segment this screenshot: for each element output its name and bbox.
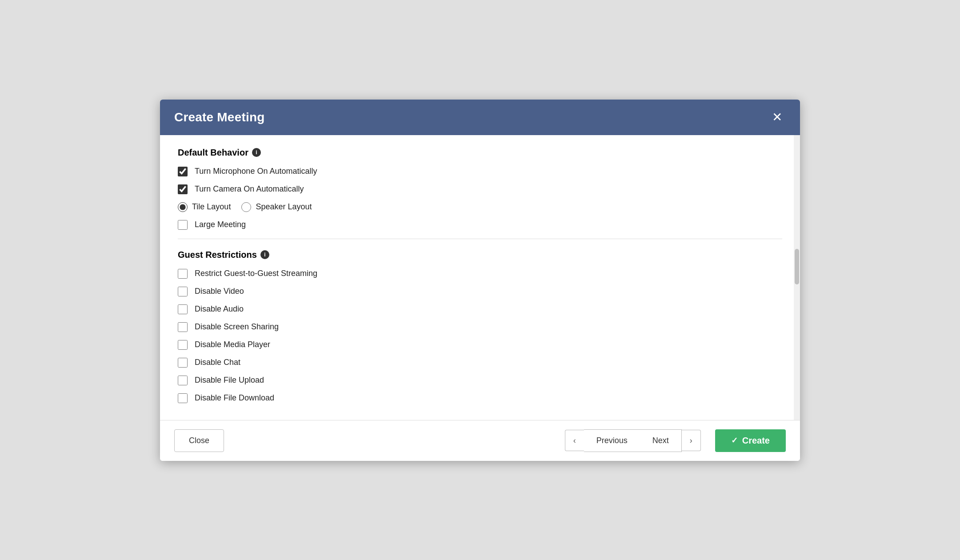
modal-title: Create Meeting <box>174 110 265 124</box>
scrollbar-track <box>794 135 800 420</box>
disable-chat-label[interactable]: Disable Chat <box>195 358 240 367</box>
tile-layout-label[interactable]: Tile Layout <box>192 202 231 212</box>
disable-video-checkbox[interactable] <box>178 287 188 296</box>
scrollbar-thumb[interactable] <box>795 249 799 284</box>
camera-label[interactable]: Turn Camera On Automatically <box>195 184 304 194</box>
microphone-label[interactable]: Turn Microphone On Automatically <box>195 167 317 176</box>
large-meeting-row: Large Meeting <box>178 220 782 230</box>
large-meeting-label[interactable]: Large Meeting <box>195 220 246 229</box>
disable-audio-checkbox[interactable] <box>178 304 188 314</box>
disable-media-player-checkbox[interactable] <box>178 340 188 350</box>
modal-header: Create Meeting ✕ <box>160 100 800 135</box>
disable-file-upload-row: Disable File Upload <box>178 376 782 385</box>
disable-file-download-checkbox[interactable] <box>178 393 188 403</box>
layout-row: Tile Layout Speaker Layout <box>178 202 782 212</box>
default-behavior-info-icon[interactable]: i <box>252 148 261 157</box>
modal-footer: Close ‹ Previous Next › ✓ Create <box>160 420 800 461</box>
footer-right: ‹ Previous Next › ✓ Create <box>565 429 786 452</box>
restrict-guest-row: Restrict Guest-to-Guest Streaming <box>178 269 782 279</box>
close-button[interactable]: Close <box>174 429 224 452</box>
disable-media-player-row: Disable Media Player <box>178 340 782 350</box>
disable-screen-sharing-row: Disable Screen Sharing <box>178 322 782 332</box>
disable-file-upload-checkbox[interactable] <box>178 376 188 385</box>
default-behavior-title: Default Behavior i <box>178 148 782 158</box>
disable-audio-row: Disable Audio <box>178 304 782 314</box>
disable-screen-sharing-checkbox[interactable] <box>178 322 188 332</box>
tile-layout-radio[interactable] <box>178 202 188 212</box>
modal-body: Default Behavior i Turn Microphone On Au… <box>160 135 800 420</box>
speaker-layout-label[interactable]: Speaker Layout <box>256 202 312 212</box>
restrict-guest-checkbox[interactable] <box>178 269 188 279</box>
disable-video-label[interactable]: Disable Video <box>195 287 244 296</box>
prev-arrow-button[interactable]: ‹ <box>565 430 584 451</box>
next-arrow-button[interactable]: › <box>682 430 701 451</box>
next-button[interactable]: Next <box>640 429 682 452</box>
disable-file-download-row: Disable File Download <box>178 393 782 403</box>
camera-checkbox[interactable] <box>178 184 188 194</box>
disable-screen-sharing-label[interactable]: Disable Screen Sharing <box>195 322 279 332</box>
disable-media-player-label[interactable]: Disable Media Player <box>195 340 270 349</box>
previous-button[interactable]: Previous <box>584 429 640 452</box>
nav-buttons: ‹ Previous Next › <box>565 429 701 452</box>
default-behavior-section: Default Behavior i Turn Microphone On Au… <box>178 148 782 230</box>
disable-video-row: Disable Video <box>178 287 782 296</box>
disable-chat-checkbox[interactable] <box>178 358 188 368</box>
create-button[interactable]: ✓ Create <box>715 429 786 452</box>
speaker-layout-radio[interactable] <box>241 202 251 212</box>
camera-row: Turn Camera On Automatically <box>178 184 782 194</box>
disable-chat-row: Disable Chat <box>178 358 782 368</box>
large-meeting-checkbox[interactable] <box>178 220 188 230</box>
create-check-icon: ✓ <box>731 436 738 445</box>
restrict-guest-label[interactable]: Restrict Guest-to-Guest Streaming <box>195 269 317 278</box>
speaker-layout-option: Speaker Layout <box>241 202 312 212</box>
microphone-row: Turn Microphone On Automatically <box>178 167 782 176</box>
microphone-checkbox[interactable] <box>178 167 188 176</box>
create-meeting-modal: Create Meeting ✕ Default Behavior i Turn… <box>160 100 800 461</box>
guest-restrictions-info-icon[interactable]: i <box>260 250 269 259</box>
tile-layout-option: Tile Layout <box>178 202 231 212</box>
disable-file-upload-label[interactable]: Disable File Upload <box>195 376 264 385</box>
disable-file-download-label[interactable]: Disable File Download <box>195 393 274 403</box>
section-divider <box>178 239 782 239</box>
modal-close-button[interactable]: ✕ <box>768 109 786 125</box>
guest-restrictions-section: Guest Restrictions i Restrict Guest-to-G… <box>178 250 782 403</box>
guest-restrictions-title: Guest Restrictions i <box>178 250 782 260</box>
disable-audio-label[interactable]: Disable Audio <box>195 304 244 314</box>
create-label: Create <box>742 436 770 446</box>
